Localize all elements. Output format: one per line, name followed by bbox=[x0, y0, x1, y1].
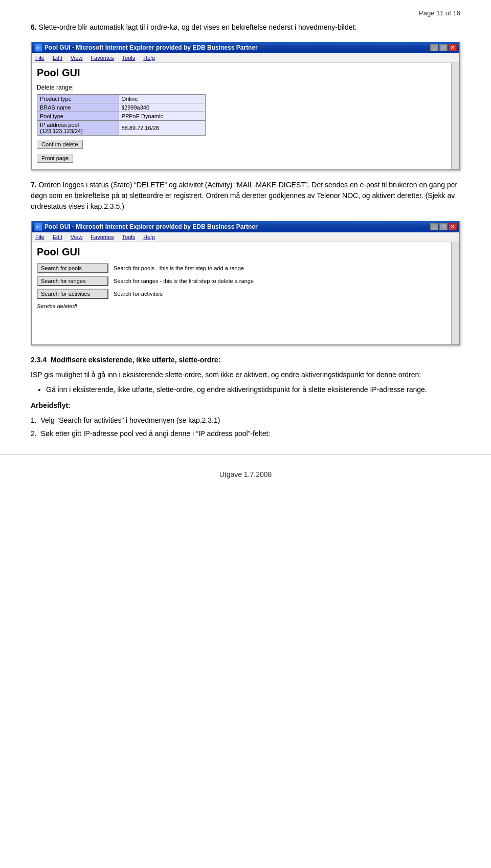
table-cell-label: Pool type bbox=[37, 112, 119, 121]
ie-scrollbar-2[interactable] bbox=[451, 242, 459, 344]
bullet-item: Gå inn i eksisterende, ikke utførte, sle… bbox=[46, 384, 460, 395]
ie-menu-favorites-1[interactable]: Favorites bbox=[89, 54, 115, 61]
ie-titlebar-buttons-1[interactable]: _ □ ✕ bbox=[430, 44, 457, 51]
action-buttons-row-1: Confirm delete bbox=[37, 140, 446, 151]
table-row: IP address pool (123.123.123/24) 88.89.7… bbox=[37, 121, 206, 136]
section-6-text: Slette-ordre blir automatisk lagt til i … bbox=[39, 23, 357, 31]
table-row: Product type Online bbox=[37, 95, 206, 103]
confirm-delete-button[interactable]: Confirm delete bbox=[37, 140, 83, 149]
section-234-bullets: Gå inn i eksisterende, ikke utførte, sle… bbox=[46, 384, 460, 395]
action-buttons-row-2: Front page bbox=[37, 154, 446, 165]
table-cell-label: IP address pool (123.123.123/24) bbox=[37, 121, 119, 136]
ie-scrollbar-1[interactable] bbox=[451, 63, 459, 169]
ie-menu-edit-2[interactable]: Edit bbox=[51, 233, 64, 241]
section-7: 7. Ordren legges i status (State) “DELET… bbox=[31, 180, 460, 212]
ie-maximize-btn-2[interactable]: □ bbox=[439, 223, 448, 230]
search-for-ranges-button[interactable]: Search for ranges bbox=[37, 276, 108, 286]
menu-row-activities: Search for activities Search for activit… bbox=[37, 289, 446, 299]
search-for-activities-button[interactable]: Search for activities bbox=[37, 289, 108, 299]
arbeidsflyt-step-2: 2. Søk etter gitt IP-adresse pool ved å … bbox=[31, 428, 460, 439]
ie-menu-help-2[interactable]: Help bbox=[142, 233, 157, 241]
delete-range-table: Product type Online BRAS name ti2999a340… bbox=[37, 94, 206, 136]
menu-row-ranges: Search for ranges Search for ranges - th… bbox=[37, 276, 446, 286]
arbeidsflyt-steps: 1. Velg “Search for activities” i hovedm… bbox=[31, 415, 460, 439]
ie-titlebar-left-2: e Pool GUI - Microsoft Internet Explorer… bbox=[34, 223, 258, 231]
table-cell-value: PPPoE Dynamic bbox=[119, 112, 205, 121]
service-deleted-status: Service deleted! bbox=[37, 303, 446, 309]
ie-window-2: e Pool GUI - Microsoft Internet Explorer… bbox=[31, 221, 460, 345]
ie-titlebar-2: e Pool GUI - Microsoft Internet Explorer… bbox=[32, 221, 459, 232]
table-row: Pool type PPPoE Dynamic bbox=[37, 112, 206, 121]
table-row: BRAS name ti2999a340 bbox=[37, 103, 206, 112]
section-7-text: Ordren legges i status (State) “DELETE” … bbox=[31, 181, 457, 210]
search-for-ranges-desc: Search for ranges - this is the first st… bbox=[114, 278, 254, 284]
search-for-pools-button[interactable]: Search for pools bbox=[37, 263, 108, 273]
ie-menu-view-2[interactable]: View bbox=[69, 233, 84, 241]
ie-menu-tools-1[interactable]: Tools bbox=[121, 54, 137, 61]
search-for-pools-desc: Search for pools - this is the first ste… bbox=[114, 265, 244, 271]
ie-minimize-btn-2[interactable]: _ bbox=[430, 223, 438, 230]
arbeidsflyt-step-1: 1. Velg “Search for activities” i hovedm… bbox=[31, 415, 460, 426]
table-cell-label: BRAS name bbox=[37, 103, 119, 112]
pool-gui-title-1: Pool GUI bbox=[37, 67, 446, 79]
front-page-button[interactable]: Front page bbox=[37, 154, 73, 163]
page-number: Page 11 of 16 bbox=[0, 0, 491, 22]
table-cell-label: Product type bbox=[37, 95, 119, 103]
section-234-number: 2.3.4 bbox=[31, 356, 47, 364]
delete-range-label: Delete range: bbox=[37, 84, 446, 91]
ie-body-1: Pool GUI Delete range: Product type Onli… bbox=[32, 63, 459, 169]
ie-menu-favorites-2[interactable]: Favorites bbox=[89, 233, 115, 241]
section-6-number: 6. bbox=[31, 23, 37, 31]
ie-menu-edit-1[interactable]: Edit bbox=[51, 54, 64, 61]
ie-titlebar-1: e Pool GUI - Microsoft Internet Explorer… bbox=[32, 42, 459, 53]
ie-menubar-1: File Edit View Favorites Tools Help bbox=[32, 53, 459, 63]
ie-menu-view-1[interactable]: View bbox=[69, 54, 84, 61]
ie-window-1: e Pool GUI - Microsoft Internet Explorer… bbox=[31, 42, 460, 170]
ie-menubar-2: File Edit View Favorites Tools Help bbox=[32, 232, 459, 242]
search-for-activities-desc: Search for activities bbox=[114, 291, 163, 297]
ie-title-2: Pool GUI - Microsoft Internet Explorer p… bbox=[44, 223, 258, 230]
ie-titlebar-left-1: e Pool GUI - Microsoft Internet Explorer… bbox=[34, 44, 258, 52]
section-7-number: 7. bbox=[31, 181, 37, 189]
ie-menu-file-1[interactable]: File bbox=[34, 54, 46, 61]
table-cell-value: 88.89.72.16/28 bbox=[119, 121, 205, 136]
ie-titlebar-buttons-2[interactable]: _ □ ✕ bbox=[430, 223, 457, 230]
ie-menu-file-2[interactable]: File bbox=[34, 233, 46, 241]
pool-gui-title-2: Pool GUI bbox=[37, 246, 446, 258]
ie-icon-1: e bbox=[34, 44, 42, 52]
ie-body-2: Pool GUI Search for pools Search for poo… bbox=[32, 242, 459, 344]
table-cell-value: Online bbox=[119, 95, 205, 103]
section-6: 6. Slette-ordre blir automatisk lagt til… bbox=[31, 22, 460, 33]
section-234: 2.3.4 Modifisere eksisterende, ikke utfø… bbox=[31, 355, 460, 439]
ie-title-1: Pool GUI - Microsoft Internet Explorer p… bbox=[44, 44, 258, 51]
ie-close-btn-1[interactable]: ✕ bbox=[449, 44, 457, 51]
section-234-intro: ISP gis mulighet til å gå inn i eksister… bbox=[31, 370, 460, 380]
ie-icon-2: e bbox=[34, 223, 42, 231]
menu-row-pools: Search for pools Search for pools - this… bbox=[37, 263, 446, 273]
ie-maximize-btn-1[interactable]: □ bbox=[439, 44, 448, 51]
ie-minimize-btn-1[interactable]: _ bbox=[430, 44, 438, 51]
footer-text: Utgave 1.7.2008 bbox=[219, 470, 272, 479]
arbeidsflyt-heading: Arbeidsflyt: bbox=[31, 400, 460, 411]
ie-menu-help-1[interactable]: Help bbox=[142, 54, 157, 61]
ie-close-btn-2[interactable]: ✕ bbox=[449, 223, 457, 230]
footer: Utgave 1.7.2008 bbox=[0, 454, 491, 489]
section-234-title: Modifisere eksisterende, ikke utførte, s… bbox=[51, 356, 220, 364]
ie-menu-tools-2[interactable]: Tools bbox=[121, 233, 137, 241]
table-cell-value: ti2999a340 bbox=[119, 103, 205, 112]
section-234-heading: 2.3.4 Modifisere eksisterende, ikke utfø… bbox=[31, 355, 460, 365]
